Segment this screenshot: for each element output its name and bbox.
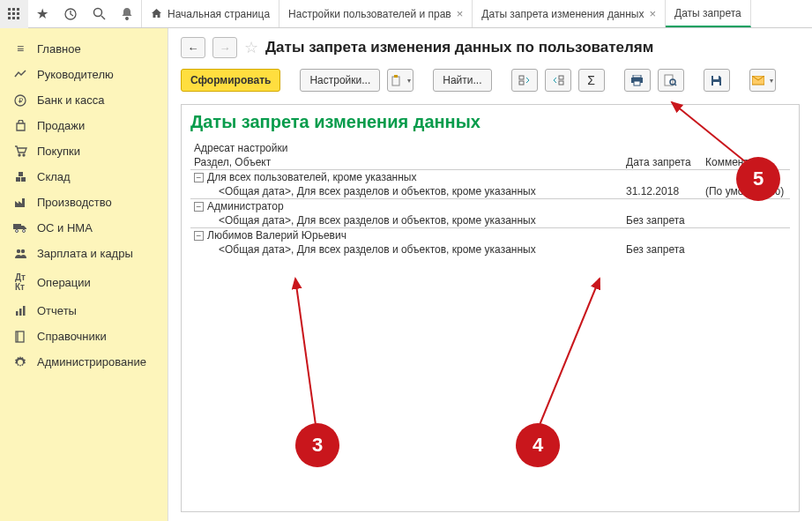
- svg-rect-39: [634, 81, 640, 86]
- cell-date: 31.12.2018: [622, 184, 702, 199]
- settings-button[interactable]: Настройки...: [300, 69, 380, 92]
- sidebar-item-salary[interactable]: Зарплата и кадры: [0, 241, 168, 266]
- back-button[interactable]: ←: [181, 37, 205, 58]
- cell-comment: [702, 242, 790, 257]
- cell-child: <Общая дата>, Для всех разделов и объект…: [190, 213, 622, 228]
- svg-point-24: [20, 249, 24, 252]
- tab-dates-lock[interactable]: Даты запрета изменения данных ×: [473, 0, 666, 27]
- apps-icon[interactable]: [0, 0, 28, 28]
- sidebar-item-warehouse[interactable]: Склад: [0, 164, 168, 190]
- report-title: Даты запрета изменения данных: [190, 112, 790, 132]
- sidebar-item-admin[interactable]: Администрирование: [0, 349, 168, 375]
- svg-point-12: [126, 18, 129, 20]
- print-preview-button[interactable]: [658, 69, 684, 92]
- report-area: Даты запрета изменения данных Адресат на…: [181, 104, 800, 512]
- factory-icon: [12, 197, 28, 208]
- col-section: Раздел, Объект: [190, 155, 622, 170]
- print-button[interactable]: [624, 69, 651, 92]
- collapse-toggle-icon[interactable]: −: [194, 173, 204, 182]
- svg-rect-25: [16, 311, 19, 316]
- close-icon[interactable]: ×: [457, 7, 464, 20]
- svg-point-21: [16, 230, 19, 233]
- page-zoom-icon: [664, 74, 677, 86]
- forward-button[interactable]: →: [212, 37, 237, 58]
- star-icon[interactable]: ★: [28, 0, 56, 28]
- sum-button[interactable]: Σ: [578, 69, 605, 92]
- collapse-toggle-icon[interactable]: −: [194, 202, 204, 212]
- table-row[interactable]: −Администратор: [190, 199, 790, 214]
- sidebar-item-production[interactable]: Производство: [0, 190, 168, 215]
- cart-icon: [12, 145, 28, 157]
- sidebar-item-label: ОС и НМА: [37, 221, 93, 234]
- table-row[interactable]: <Общая дата>, Для всех разделов и объект…: [190, 242, 790, 257]
- col-date: Дата запрета: [622, 141, 702, 170]
- collapse-toggle-icon[interactable]: −: [194, 231, 204, 241]
- sidebar-item-manager[interactable]: Руководителю: [0, 62, 168, 87]
- svg-rect-6: [8, 17, 11, 19]
- tab-dates-active[interactable]: Даты запрета: [666, 0, 751, 27]
- sidebar-item-label: Операции: [37, 276, 91, 289]
- sidebar-item-label: Отчеты: [37, 304, 77, 317]
- expand-button[interactable]: [511, 69, 538, 92]
- sidebar-item-reports[interactable]: Отчеты: [0, 298, 168, 324]
- save-button[interactable]: [704, 69, 730, 92]
- cell-child: <Общая дата>, Для всех разделов и объект…: [190, 242, 622, 257]
- main-content: ← → ☆ Даты запрета изменения данных по п…: [168, 28, 812, 521]
- annotation-badge-4: 4: [516, 423, 560, 467]
- sidebar-item-bank[interactable]: ₽ Банк и касса: [0, 87, 168, 113]
- svg-line-42: [674, 84, 676, 86]
- sidebar-item-refs[interactable]: Справочники: [0, 324, 168, 349]
- table-row[interactable]: <Общая дата>, Для всех разделов и объект…: [190, 213, 790, 228]
- svg-point-16: [23, 154, 25, 156]
- tab-home[interactable]: Начальная страница: [142, 0, 279, 27]
- svg-rect-32: [394, 75, 398, 78]
- sidebar-item-sales[interactable]: Продажи: [0, 113, 168, 138]
- tab-label: Настройки пользователей и прав: [288, 8, 451, 20]
- annotation-badge-5: 5: [736, 157, 780, 201]
- table-row[interactable]: <Общая дата>, Для всех разделов и объект…: [190, 184, 790, 199]
- col-recipient: Адресат настройки: [190, 141, 622, 155]
- sigma-icon: Σ: [587, 73, 595, 87]
- svg-point-22: [23, 230, 26, 233]
- sidebar-item-main[interactable]: ≡ Главное: [0, 35, 168, 62]
- boxes-icon: [12, 171, 28, 182]
- page-header: ← → ☆ Даты запрета изменения данных по п…: [181, 37, 800, 58]
- menu-icon: ≡: [12, 41, 28, 56]
- bag-icon: [12, 120, 28, 132]
- svg-rect-7: [12, 17, 15, 19]
- svg-point-23: [16, 249, 19, 252]
- table-row[interactable]: −Для всех пользователей, кроме указанных: [190, 170, 790, 185]
- find-button[interactable]: Найти...: [433, 69, 491, 92]
- cell-date: Без запрета: [622, 213, 702, 228]
- favorite-star-icon[interactable]: ☆: [244, 38, 258, 57]
- floppy-icon: [711, 75, 722, 86]
- sidebar-item-label: Продажи: [37, 119, 85, 132]
- table-row[interactable]: −Любимов Валерий Юрьевич: [190, 228, 790, 243]
- tab-label: Даты запрета изменения данных: [481, 8, 644, 20]
- history-icon[interactable]: [56, 0, 85, 28]
- bell-icon[interactable]: [113, 0, 141, 28]
- report-table: Адресат настройки Дата запрета Комментар…: [190, 141, 790, 257]
- sidebar-item-label: Руководителю: [37, 68, 114, 81]
- home-icon: [151, 8, 162, 19]
- svg-rect-36: [559, 81, 563, 85]
- sidebar-item-label: Главное: [37, 42, 81, 56]
- generate-button[interactable]: Сформировать: [181, 69, 280, 92]
- sidebar-item-assets[interactable]: ОС и НМА: [0, 215, 168, 241]
- sidebar-item-purchases[interactable]: Покупки: [0, 138, 168, 164]
- cell-group: Администратор: [207, 200, 284, 212]
- sidebar-item-label: Склад: [37, 170, 71, 183]
- collapse-button[interactable]: [545, 69, 571, 92]
- sidebar-item-operations[interactable]: ДтКт Операции: [0, 266, 168, 298]
- search-icon[interactable]: [85, 0, 113, 28]
- annotation-badge-3: 3: [295, 423, 339, 467]
- svg-rect-3: [8, 12, 11, 15]
- send-button[interactable]: ▾: [749, 69, 776, 92]
- svg-point-30: [19, 361, 22, 364]
- svg-point-10: [93, 9, 101, 17]
- settings-dropdown-button[interactable]: ▾: [387, 69, 413, 92]
- svg-text:₽: ₽: [19, 97, 23, 105]
- svg-line-11: [101, 16, 105, 19]
- tab-user-settings[interactable]: Настройки пользователей и прав ×: [279, 0, 473, 27]
- close-icon[interactable]: ×: [649, 7, 656, 20]
